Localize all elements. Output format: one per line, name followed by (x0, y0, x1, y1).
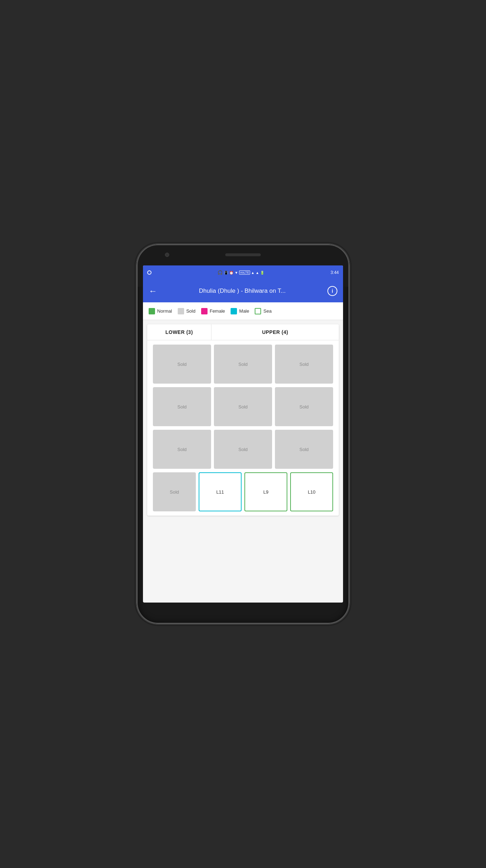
seat-label: Sold (177, 447, 187, 452)
seat-label: Sold (299, 447, 309, 452)
sold-color-swatch (178, 308, 184, 314)
seat-label: Sold (238, 404, 248, 410)
table-row: Sold Sold Sold (153, 430, 333, 469)
seat-l10[interactable]: L10 (290, 472, 333, 511)
seat-upper1-row1[interactable]: Sold (214, 345, 272, 384)
seat-lower-row1[interactable]: Sold (153, 345, 211, 384)
info-button[interactable]: i (327, 286, 337, 296)
seat-label: Sold (299, 362, 309, 367)
legend-female-label: Female (210, 308, 225, 314)
app-title: Dhulia (Dhule ) - Bhilwara on T... (163, 287, 322, 295)
headphones-icon: 🎧 (217, 270, 223, 275)
normal-color-swatch (149, 308, 155, 314)
seat-label: Sold (238, 362, 248, 367)
seat-lower-row3[interactable]: Sold (153, 430, 211, 469)
legend-selected: Sea (255, 308, 271, 314)
seat-label: Sold (177, 404, 187, 410)
wifi-icon: ▼ (234, 271, 238, 275)
seat-upper1-row2[interactable]: Sold (214, 387, 272, 426)
signal2-icon: ▲ (255, 271, 259, 275)
seat-label: L10 (308, 489, 316, 495)
seat-layout: LOWER (3) UPPER (4) Sold Sold Sold (147, 324, 339, 516)
legend-sold: Sold (178, 308, 195, 314)
alarm-icon: ⏰ (229, 271, 233, 275)
seat-label: Sold (238, 447, 248, 452)
seat-l11[interactable]: L11 (199, 472, 242, 511)
male-color-swatch (231, 308, 237, 314)
seat-label: Sold (177, 362, 187, 367)
seat-rows: Sold Sold Sold Sold Sold (147, 340, 339, 516)
seat-lower-row2[interactable]: Sold (153, 387, 211, 426)
camera (165, 253, 169, 257)
battery-icon: 🔋 (260, 271, 264, 275)
seat-upper1-row3[interactable]: Sold (214, 430, 272, 469)
seat-label: L11 (216, 489, 224, 495)
top-bezel (137, 244, 349, 265)
legend-sold-label: Sold (186, 308, 195, 314)
female-color-swatch (201, 308, 208, 314)
legend-selected-label: Sea (263, 308, 271, 314)
seat-upper2-row2[interactable]: Sold (275, 387, 333, 426)
time-display: 3:44 (331, 270, 339, 275)
back-button[interactable]: ← (149, 287, 157, 295)
status-time: 3:44 (331, 270, 339, 275)
upper-header: UPPER (4) (211, 324, 339, 340)
legend-male-label: Male (239, 308, 249, 314)
seat-lower-row4[interactable]: Sold (153, 472, 196, 511)
seat-upper2-row3[interactable]: Sold (275, 430, 333, 469)
app-bar: ← Dhulia (Dhule ) - Bhilwara on T... i (143, 280, 343, 302)
selected-color-swatch (255, 308, 261, 314)
berth-headers: LOWER (3) UPPER (4) (147, 324, 339, 340)
legend-female: Female (201, 308, 225, 314)
legend-normal: Normal (149, 308, 172, 314)
seat-upper2-row1[interactable]: Sold (275, 345, 333, 384)
seat-label: Sold (170, 489, 179, 495)
notification-dot (147, 270, 151, 275)
screen: 🎧 📳 ⏰ ▼ VoLTE ▲ ▲ 🔋 3:44 ← Dhu (143, 265, 343, 603)
seat-l9[interactable]: L9 (244, 472, 287, 511)
status-bar: 🎧 📳 ⏰ ▼ VoLTE ▲ ▲ 🔋 3:44 (143, 265, 343, 280)
seat-label: L9 (263, 489, 268, 495)
phone-frame: 🎧 📳 ⏰ ▼ VoLTE ▲ ▲ 🔋 3:44 ← Dhu (137, 244, 349, 624)
vibrate-icon: 📳 (224, 271, 228, 275)
status-left (147, 270, 151, 275)
table-row: Sold L11 L9 L10 (153, 472, 333, 511)
volte-icon: VoLTE (239, 270, 250, 275)
table-row: Sold Sold Sold (153, 345, 333, 384)
legend-normal-label: Normal (157, 308, 172, 314)
legend-male: Male (231, 308, 249, 314)
signal1-icon: ▲ (251, 271, 255, 275)
legend-bar: Normal Sold Female Male Sea (143, 302, 343, 320)
table-row: Sold Sold Sold (153, 387, 333, 426)
status-icons: 🎧 📳 ⏰ ▼ VoLTE ▲ ▲ 🔋 (217, 270, 264, 275)
lower-header: LOWER (3) (147, 324, 211, 340)
speaker (225, 253, 261, 256)
seat-label: Sold (299, 404, 309, 410)
